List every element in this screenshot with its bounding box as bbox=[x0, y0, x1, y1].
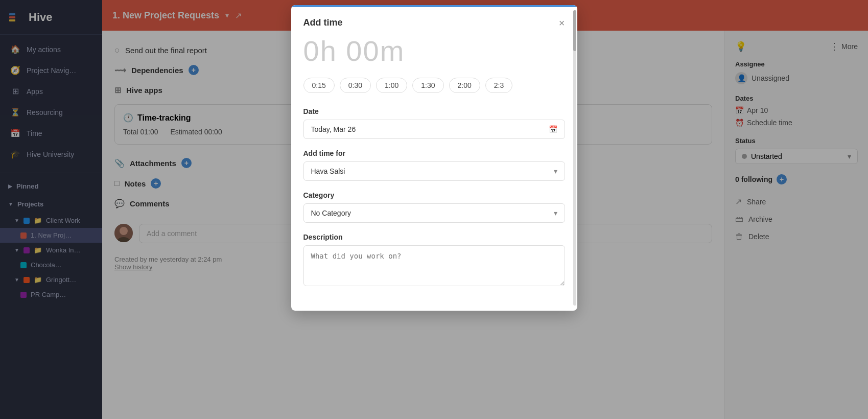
time-display[interactable]: 0h 00m bbox=[303, 34, 565, 67]
preset-button-200[interactable]: 2:00 bbox=[449, 78, 480, 93]
category-label: Category bbox=[303, 191, 565, 199]
calendar-icon: 📅 bbox=[549, 125, 557, 133]
preset-button-100[interactable]: 1:00 bbox=[376, 78, 407, 93]
description-field: Description bbox=[303, 233, 565, 288]
description-textarea[interactable] bbox=[303, 245, 565, 286]
preset-button-130[interactable]: 1:30 bbox=[412, 78, 443, 93]
modal-header: Add time × bbox=[291, 7, 577, 34]
user-select[interactable]: Hava Salsi ▾ bbox=[303, 161, 565, 181]
date-input[interactable]: Today, Mar 26 📅 bbox=[303, 120, 565, 139]
date-value-text: Today, Mar 26 bbox=[311, 125, 356, 133]
modal-overlay: Add time × 0h 00m 0:15 0:30 1:00 1:30 2:… bbox=[0, 0, 868, 419]
user-select-arrow-icon: ▾ bbox=[554, 167, 557, 175]
preset-button-015[interactable]: 0:15 bbox=[303, 78, 335, 93]
modal-scrollbar-thumb bbox=[573, 10, 576, 51]
category-value-text: No Category bbox=[311, 209, 351, 217]
modal-close-button[interactable]: × bbox=[559, 18, 565, 28]
date-label: Date bbox=[303, 107, 565, 115]
user-value-text: Hava Salsi bbox=[311, 167, 345, 175]
category-select[interactable]: No Category ▾ bbox=[303, 203, 565, 223]
category-field: Category No Category ▾ bbox=[303, 191, 565, 223]
modal-title: Add time bbox=[303, 17, 343, 28]
date-field: Date Today, Mar 26 📅 bbox=[303, 107, 565, 139]
add-time-modal: Add time × 0h 00m 0:15 0:30 1:00 1:30 2:… bbox=[291, 5, 577, 311]
add-time-for-field: Add time for Hava Salsi ▾ bbox=[303, 149, 565, 181]
time-presets: 0:15 0:30 1:00 1:30 2:00 2:3 bbox=[303, 78, 565, 93]
description-label: Description bbox=[303, 233, 565, 241]
category-select-arrow-icon: ▾ bbox=[554, 209, 557, 217]
preset-button-23[interactable]: 2:3 bbox=[485, 78, 512, 93]
modal-body: 0h 00m 0:15 0:30 1:00 1:30 2:00 2:3 Date… bbox=[291, 34, 577, 311]
preset-button-030[interactable]: 0:30 bbox=[340, 78, 371, 93]
modal-scrollbar[interactable] bbox=[573, 10, 576, 306]
add-time-for-label: Add time for bbox=[303, 149, 565, 157]
